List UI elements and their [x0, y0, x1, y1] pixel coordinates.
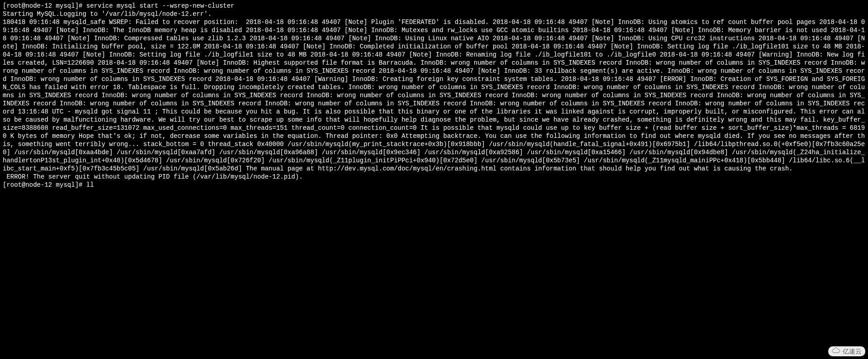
shell-prompt: [root@node-12 mysql]#: [3, 181, 86, 189]
watermark-text: 亿速云: [843, 347, 862, 355]
log-body: 180418 09:16:48 mysqld_safe WSREP: Faile…: [3, 19, 865, 172]
watermark-badge: 亿速云: [828, 346, 865, 356]
log-line-error: ERROR! The server quit without updating …: [3, 173, 303, 180]
shell-command: service mysql start --wsrep-new-cluster: [86, 2, 235, 9]
shell-prompt: [root@node-12 mysql]#: [3, 2, 86, 9]
log-line-starting: Starting MySQL.Logging to '/var/lib/mysq…: [3, 10, 212, 18]
cloud-icon: [832, 347, 841, 355]
terminal-output[interactable]: [root@node-12 mysql]# service mysql star…: [0, 0, 868, 191]
shell-command: ll: [86, 181, 94, 189]
